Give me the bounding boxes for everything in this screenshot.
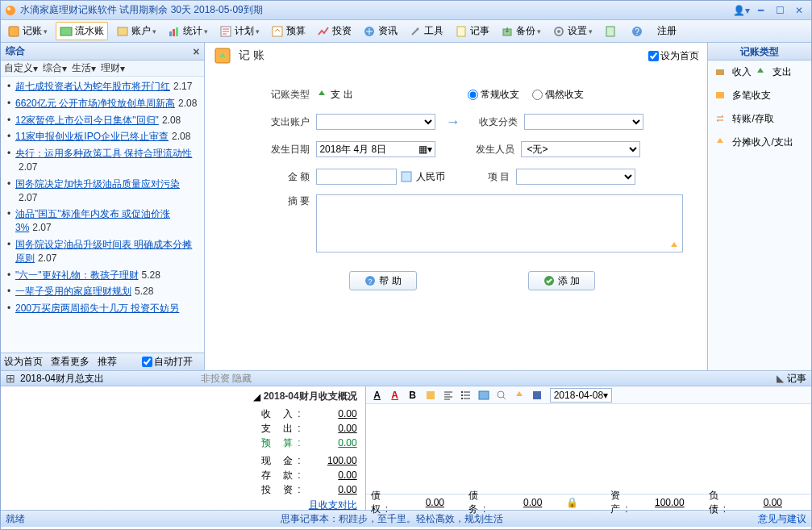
notes-tab[interactable]: 记事 [787, 372, 806, 386]
summary-collapse-icon[interactable]: ◢ [253, 391, 260, 403]
right-panel-title: 记账类型 [708, 43, 811, 61]
toolbar-beifen[interactable]: 备份▾ [498, 23, 544, 40]
recommend-link[interactable]: 推荐 [98, 355, 117, 369]
svg-text:?: ? [635, 27, 639, 36]
amount-input[interactable] [316, 169, 397, 185]
align-left-icon[interactable] [423, 388, 439, 403]
help-button[interactable]: ?帮 助 [349, 271, 416, 290]
toolbar-tongji[interactable]: 统计▾ [164, 23, 211, 40]
toolbar-yusuan[interactable]: 预算 [268, 23, 309, 40]
filter-label[interactable]: 非投资 隐藏 [201, 372, 252, 386]
calendar-icon: ▦▾ [418, 144, 432, 155]
multi-icon [714, 90, 727, 102]
font-color-black-icon[interactable]: A [369, 388, 385, 403]
tab-custom[interactable]: 自定义 ▾ [4, 61, 38, 75]
set-homepage-checkbox[interactable]: 设为首页 [648, 49, 699, 63]
news-item[interactable]: 国务院设定油品升级时间表 明确成本分摊原则2.07 [4, 236, 201, 267]
close-panel-icon[interactable]: × [193, 45, 199, 58]
save-icon[interactable] [529, 388, 545, 403]
expense-icon [755, 66, 768, 79]
transfer-icon [714, 113, 727, 126]
category-select[interactable] [524, 114, 643, 130]
news-item[interactable]: 12家暂停上市公司今日集体"回归"2.08 [4, 112, 201, 129]
memo-expand-icon[interactable] [668, 240, 680, 252]
svg-point-14 [557, 30, 560, 33]
bold-icon[interactable]: B [405, 388, 421, 403]
person-select[interactable]: <无> [521, 141, 640, 157]
toolbar-help[interactable]: ? [627, 23, 649, 40]
tab-licai[interactable]: 理财 ▾ [101, 61, 125, 75]
rp-split[interactable]: 分摊收入/支出 [708, 131, 811, 154]
feedback-link[interactable]: 意见与建议 [758, 512, 806, 526]
toolbar-touzi[interactable]: 投资 [314, 23, 355, 40]
account-label: 支出账户 [261, 115, 310, 129]
expand-icon[interactable]: ⊞ [6, 372, 15, 385]
month-total-label[interactable]: 2018-04财月总支出 [20, 372, 104, 386]
memo-textarea[interactable] [316, 194, 683, 252]
view-more-link[interactable]: 查看更多 [51, 355, 90, 369]
toolbar-jishi[interactable]: 记事 [452, 23, 493, 40]
memo-label: 摘 要 [261, 194, 310, 208]
news-list: 超七成投资者认为蛇年股市将开门红2.176620亿元 公开市场净投放创单周新高2… [1, 77, 204, 353]
status-bar: 就绪 思事记事本：积跬步，至千里。轻松高效，规划生活 意见与建议 [1, 511, 811, 527]
maximize-button[interactable]: ☐ [771, 4, 789, 17]
toolbar-liushui[interactable]: 流水账 [56, 22, 108, 40]
toolbar-zhanghu[interactable]: 账户▾ [113, 23, 160, 40]
left-panel-header: 综合 × [1, 43, 204, 61]
date-picker[interactable]: 2018年 4月 8日▦▾ [316, 141, 435, 157]
attach-icon[interactable] [511, 388, 527, 403]
project-select[interactable] [516, 169, 635, 185]
app-logo-icon [4, 4, 17, 17]
news-item[interactable]: 超七成投资者认为蛇年股市将开门红2.17 [4, 78, 201, 95]
collapse-icon[interactable]: ◣ [777, 373, 784, 384]
account-select[interactable] [316, 114, 435, 130]
compare-link[interactable]: 且收支对比 [309, 499, 357, 512]
auto-open-checkbox[interactable]: 自动打开 [142, 355, 201, 369]
align-center-icon[interactable] [440, 388, 456, 403]
font-color-red-icon[interactable]: A [387, 388, 403, 403]
news-item[interactable]: 11家申报创业板IPO企业已终止审查2.08 [4, 128, 201, 145]
news-item[interactable]: 200万买房两周损失十几万 投资不妨另 [4, 300, 201, 317]
svg-rect-5 [169, 31, 172, 36]
toolbar-shezhi[interactable]: 设置▾ [549, 23, 596, 40]
calculator-icon[interactable] [400, 170, 413, 183]
occasional-radio[interactable]: 偶然收支 [532, 88, 584, 102]
news-item[interactable]: 6620亿元 公开市场净投放创单周新高2.08 [4, 95, 201, 112]
news-item[interactable]: "六一"更好礼物：教孩子理财5.28 [4, 267, 201, 284]
news-item[interactable]: 央行：运用多种政策工具 保持合理流动性2.07 [4, 145, 201, 176]
rp-multi[interactable]: 多笔收支 [708, 84, 811, 107]
close-button[interactable]: ✕ [790, 4, 808, 17]
add-button[interactable]: 添 加 [528, 271, 595, 290]
toolbar-zixun[interactable]: 资讯 [360, 23, 401, 40]
toolbar-jizhang[interactable]: 记账▾ [4, 23, 51, 40]
tab-zonghe[interactable]: 综合 ▾ [43, 61, 67, 75]
toolbar-zhuce[interactable]: 注册 [654, 23, 680, 40]
news-item[interactable]: 国务院决定加快升级油品质量应对污染2.07 [4, 176, 201, 207]
toolbar-gongju[interactable]: 工具 [406, 23, 447, 40]
toolbar-calc[interactable] [601, 23, 623, 40]
image-icon[interactable] [476, 388, 492, 403]
status-text: 就绪 [6, 512, 25, 526]
user-icon[interactable]: 👤▾ [732, 4, 750, 17]
search-icon[interactable] [493, 388, 510, 403]
minimize-button[interactable]: ━ [752, 4, 769, 17]
set-home-link[interactable]: 设为首页 [4, 355, 43, 369]
toolbar-jihua[interactable]: 计划▾ [216, 23, 263, 40]
rp-income-expense[interactable]: 收入 支出 [708, 61, 811, 84]
editor-date-picker[interactable]: 2018-04-08 ▾ [550, 388, 612, 403]
flow-icon [60, 25, 73, 38]
left-panel-footer: 设为首页 查看更多 推荐 自动打开 [1, 353, 204, 370]
rp-transfer[interactable]: 转账/存取 [708, 107, 811, 131]
list-icon[interactable] [458, 388, 474, 403]
editor-content[interactable] [366, 404, 811, 494]
svg-rect-6 [173, 29, 175, 36]
type-value[interactable]: 支 出 [316, 88, 435, 102]
editor-toolbar: A A B 2018-04-08 ▾ [366, 386, 811, 404]
news-item[interactable]: 油品"国五"标准年内发布 或促油价涨3%2.07 [4, 206, 201, 236]
svg-point-1 [7, 7, 10, 10]
svg-rect-25 [427, 391, 435, 399]
help-icon: ? [631, 25, 643, 38]
news-item[interactable]: 一辈子受用的家庭理财规划5.28 [4, 283, 201, 300]
tab-shenghuo[interactable]: 生活 ▾ [72, 61, 96, 75]
regular-radio[interactable]: 常规收支 [468, 88, 519, 102]
